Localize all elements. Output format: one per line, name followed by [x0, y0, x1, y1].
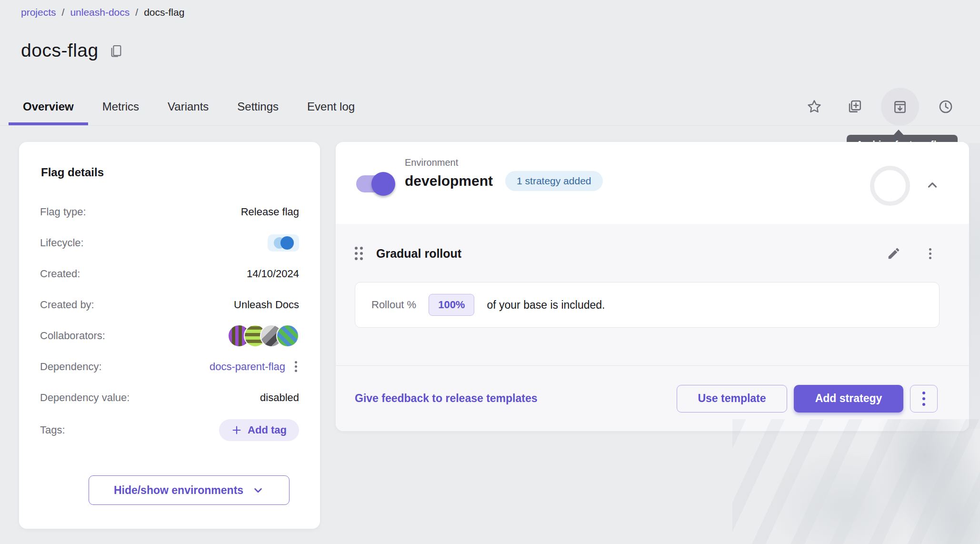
- hide-show-environments-label: Hide/show environments: [114, 484, 243, 497]
- flag-type-row: Flag type: Release flag: [40, 196, 299, 227]
- created-value: 14/10/2024: [247, 268, 299, 280]
- tab-overview[interactable]: Overview: [9, 89, 88, 125]
- breadcrumb-separator: /: [135, 7, 138, 18]
- dependency-value-row: Dependency value: disabled: [40, 382, 299, 413]
- created-label: Created:: [40, 268, 80, 280]
- strategy-count-badge: 1 strategy added: [505, 171, 602, 191]
- tab-variants[interactable]: Variants: [153, 89, 223, 125]
- environment-toggle[interactable]: [356, 175, 391, 192]
- environment-label: Environment: [405, 157, 603, 168]
- tab-event-log[interactable]: Event log: [293, 89, 369, 125]
- flag-actions-toolbar: [801, 89, 959, 125]
- tabs: Overview Metrics Variants Settings Event…: [9, 89, 369, 125]
- tags-row: Tags: Add tag: [40, 413, 299, 447]
- collaborators-label: Collaborators:: [40, 330, 105, 342]
- lifecycle-row: Lifecycle:: [40, 227, 299, 258]
- page-title: docs-flag: [21, 40, 99, 61]
- chevron-down-icon: [252, 484, 264, 496]
- created-row: Created: 14/10/2024: [40, 258, 299, 289]
- breadcrumb: projects / unleash-docs / docs-flag: [21, 7, 184, 18]
- add-tag-label: Add tag: [248, 424, 287, 436]
- breadcrumb-project-link[interactable]: unleash-docs: [70, 7, 130, 18]
- tab-settings[interactable]: Settings: [223, 89, 293, 125]
- collaborator-avatars[interactable]: [228, 324, 299, 347]
- breadcrumb-projects-link[interactable]: projects: [21, 7, 56, 18]
- breadcrumb-current: docs-flag: [144, 7, 184, 18]
- use-template-button[interactable]: Use template: [677, 385, 787, 413]
- dependency-menu-icon[interactable]: [293, 359, 299, 374]
- environment-card: Environment development 1 strategy added…: [336, 142, 969, 431]
- edit-strategy-icon[interactable]: [883, 243, 904, 264]
- archive-feature-icon[interactable]: [881, 88, 919, 126]
- dependency-label: Dependency:: [40, 361, 102, 373]
- flag-details-card: Flag details Flag type: Release flag Lif…: [19, 142, 320, 529]
- rollout-suffix-text: of your base is included.: [487, 299, 605, 312]
- tab-bar: Overview Metrics Variants Settings Event…: [0, 89, 980, 126]
- collapse-environment-button[interactable]: [922, 175, 942, 195]
- dependency-value: disabled: [260, 392, 299, 404]
- hide-show-environments-button[interactable]: Hide/show environments: [89, 475, 290, 505]
- dependency-row: Dependency: docs-parent-flag: [40, 351, 299, 382]
- avatar[interactable]: [276, 324, 299, 347]
- dependency-value-label: Dependency value:: [40, 392, 130, 404]
- add-strategy-button[interactable]: Add strategy: [794, 385, 903, 413]
- created-by-label: Created by:: [40, 299, 94, 311]
- tab-metrics[interactable]: Metrics: [88, 89, 153, 125]
- breadcrumb-separator: /: [62, 7, 65, 18]
- collaborators-row: Collaborators:: [40, 320, 299, 351]
- background-watermark: [732, 419, 980, 544]
- created-by-row: Created by: Unleash Docs: [40, 289, 299, 320]
- dependency-link[interactable]: docs-parent-flag: [210, 361, 285, 373]
- environment-header: Environment development 1 strategy added: [336, 142, 969, 224]
- environment-name: development: [405, 173, 493, 189]
- title-row: docs-flag: [21, 40, 124, 61]
- strategy-menu-icon[interactable]: [918, 241, 942, 266]
- environment-footer: Give feedback to release templates Use t…: [336, 365, 969, 431]
- more-strategy-options-button[interactable]: [910, 385, 938, 413]
- created-by-value: Unleash Docs: [234, 299, 299, 311]
- chevron-up-icon: [925, 178, 940, 192]
- rollout-value-chip: 100%: [429, 294, 474, 316]
- tags-label: Tags:: [40, 424, 65, 436]
- lifecycle-label: Lifecycle:: [40, 237, 84, 249]
- rollout-label: Rollout %: [371, 299, 416, 311]
- copy-name-icon[interactable]: [108, 42, 124, 59]
- flag-type-label: Flag type:: [40, 206, 86, 218]
- history-clock-icon[interactable]: [932, 93, 959, 120]
- lifecycle-stage-icon[interactable]: [268, 234, 299, 252]
- rollout-summary: Rollout % 100% of your base is included.: [355, 282, 940, 328]
- feature-flag-page: projects / unleash-docs / docs-flag docs…: [0, 0, 980, 544]
- strategy-section: Gradual rollout Rollout % 100% of your b…: [336, 224, 969, 365]
- metrics-ring-icon: [870, 166, 910, 206]
- toggle-thumb: [371, 172, 395, 196]
- drag-handle-icon[interactable]: [355, 247, 363, 260]
- plus-icon: [231, 425, 242, 435]
- background-watermark-strip: [969, 143, 980, 429]
- add-tag-button[interactable]: Add tag: [219, 419, 299, 441]
- copy-feature-icon[interactable]: [841, 93, 868, 120]
- flag-type-value: Release flag: [241, 206, 299, 218]
- strategy-title: Gradual rollout: [376, 247, 461, 261]
- release-templates-feedback-link[interactable]: Give feedback to release templates: [355, 392, 538, 405]
- flag-details-heading: Flag details: [41, 166, 320, 179]
- favorite-star-icon[interactable]: [801, 93, 828, 120]
